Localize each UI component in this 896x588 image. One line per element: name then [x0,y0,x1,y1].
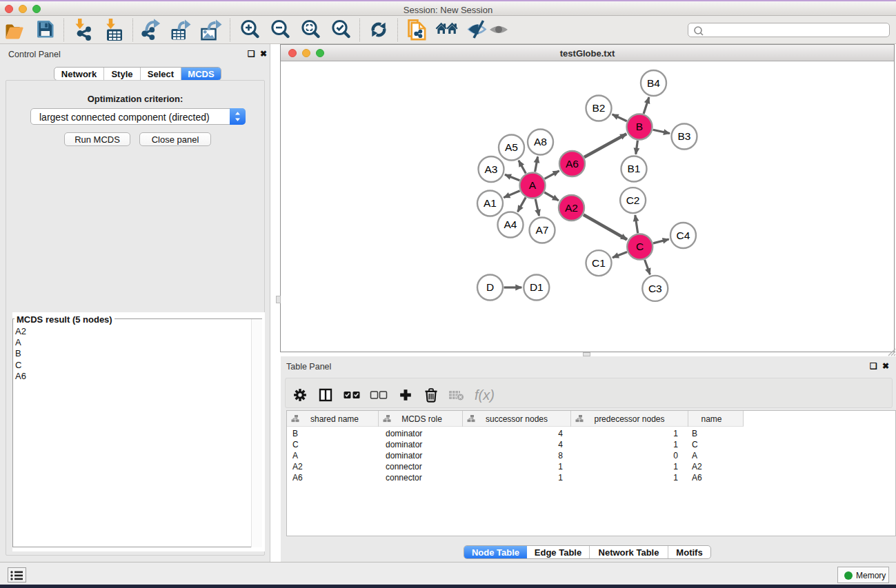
svg-text:A6: A6 [566,158,579,170]
svg-text:C4: C4 [677,230,690,241]
svg-text:A8: A8 [534,136,547,148]
svg-text:A3: A3 [485,163,498,175]
svg-text:C3: C3 [648,283,662,294]
svg-text:B2: B2 [593,102,606,114]
svg-text:C: C [636,241,644,252]
svg-text:A5: A5 [505,141,518,153]
svg-text:A1: A1 [484,197,497,209]
svg-text:B3: B3 [678,130,691,142]
svg-text:D1: D1 [530,281,544,293]
svg-text:A2: A2 [565,202,578,214]
svg-text:C1: C1 [592,257,606,269]
svg-text:B4: B4 [647,77,660,89]
svg-text:C2: C2 [626,194,640,206]
svg-text:B1: B1 [628,163,641,174]
svg-text:D: D [486,281,494,293]
svg-text:A7: A7 [536,224,549,236]
svg-text:B: B [636,121,643,132]
svg-text:f(x): f(x) [475,387,495,403]
svg-text:A4: A4 [504,219,517,230]
svg-text:A: A [529,179,537,191]
